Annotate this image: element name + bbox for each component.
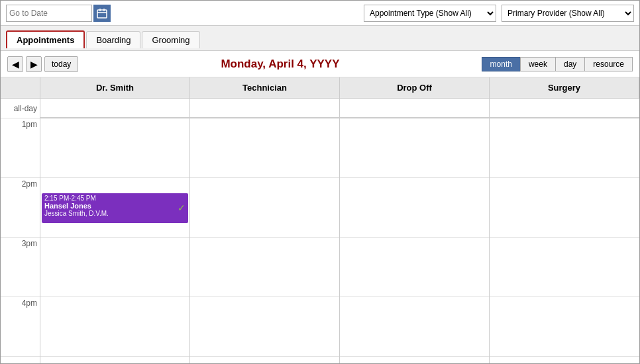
view-buttons: month week day resource (482, 57, 633, 71)
dr-smith-allday-cell[interactable] (40, 99, 189, 118)
appointment-check-icon: ✓ (178, 203, 186, 213)
view-day-button[interactable]: day (555, 57, 585, 71)
dropoff-3pm-cell[interactable] (340, 238, 489, 297)
appointment-patient-name: Hansel Jones (44, 202, 186, 210)
col-header-surgery: Surgery (490, 77, 639, 98)
col-header-dr-smith: Dr. Smith (40, 77, 190, 98)
svg-rect-0 (97, 10, 107, 18)
primary-provider-select[interactable]: Primary Provider (Show All) (502, 5, 634, 22)
appointment-type-select[interactable]: Appointment Type (Show All) (364, 5, 496, 22)
appointment-hansel-jones[interactable]: 2:15 PM-2:45 PM Hansel Jones Jessica Smi… (42, 193, 188, 223)
next-nav-button[interactable]: ▶ (26, 56, 42, 72)
data-col-technician (190, 99, 340, 364)
column-headers: Dr. Smith Technician Drop Off Surgery (1, 77, 639, 99)
view-month-button[interactable]: month (482, 57, 521, 71)
surgery-4pm-cell[interactable] (490, 297, 639, 357)
time-2pm: 2pm (1, 178, 40, 238)
data-col-drop-off (340, 99, 490, 364)
appointment-time: 2:15 PM-2:45 PM (44, 195, 186, 202)
calendar-grid: Dr. Smith Technician Drop Off Surgery al… (1, 77, 639, 364)
dropoff-allday-cell[interactable] (340, 99, 489, 118)
technician-3pm-cell[interactable] (190, 238, 339, 297)
dropoff-2pm-cell[interactable] (340, 178, 489, 238)
data-col-surgery (490, 99, 639, 364)
dr-smith-4pm-cell[interactable] (40, 297, 189, 357)
data-columns: 2:15 PM-2:45 PM Hansel Jones Jessica Smi… (40, 99, 639, 364)
calendar-title: Monday, April 4, YYYY (78, 58, 482, 71)
view-resource-button[interactable]: resource (584, 57, 633, 71)
time-3pm: 3pm (1, 238, 40, 297)
col-header-time (1, 77, 40, 98)
calendar-body[interactable]: all-day 1pm 2pm 3pm 4pm (1, 99, 639, 364)
dr-smith-2pm-cell[interactable]: 2:15 PM-2:45 PM Hansel Jones Jessica Smi… (40, 178, 189, 238)
tab-boarding[interactable]: Boarding (86, 31, 140, 48)
tab-grooming[interactable]: Grooming (142, 31, 199, 48)
technician-allday-cell[interactable] (190, 99, 339, 118)
technician-4pm-cell[interactable] (190, 297, 339, 357)
top-bar: Appointment Type (Show All) Primary Prov… (1, 1, 639, 26)
surgery-2pm-cell[interactable] (490, 178, 639, 238)
top-bar-right: Appointment Type (Show All) Primary Prov… (364, 5, 634, 22)
time-allday: all-day (1, 99, 40, 118)
surgery-allday-cell[interactable] (490, 99, 639, 118)
dropoff-1pm-cell[interactable] (340, 118, 489, 178)
appointment-provider: Jessica Smith, D.V.M. (44, 210, 186, 217)
data-col-dr-smith: 2:15 PM-2:45 PM Hansel Jones Jessica Smi… (40, 99, 190, 364)
prev-nav-button[interactable]: ◀ (7, 56, 23, 72)
tab-appointments[interactable]: Appointments (6, 30, 85, 48)
app-container: Appointment Type (Show All) Primary Prov… (1, 1, 639, 364)
today-button[interactable]: today (44, 56, 78, 72)
technician-2pm-cell[interactable] (190, 178, 339, 238)
col-header-drop-off: Drop Off (340, 77, 490, 98)
dr-smith-3pm-cell[interactable] (40, 238, 189, 297)
view-week-button[interactable]: week (520, 57, 556, 71)
time-1pm: 1pm (1, 118, 40, 178)
tabs-bar: Appointments Boarding Grooming (1, 26, 639, 51)
calendar-icon-button[interactable] (93, 5, 111, 22)
time-4pm: 4pm (1, 297, 40, 357)
col-header-technician: Technician (190, 77, 340, 98)
time-column: all-day 1pm 2pm 3pm 4pm (1, 99, 40, 364)
goto-date-input[interactable] (6, 5, 92, 22)
calendar-icon (97, 8, 107, 19)
dropoff-4pm-cell[interactable] (340, 297, 489, 357)
surgery-3pm-cell[interactable] (490, 238, 639, 297)
technician-1pm-cell[interactable] (190, 118, 339, 178)
surgery-1pm-cell[interactable] (490, 118, 639, 178)
calendar-toolbar: ◀ ▶ today Monday, April 4, YYYY month we… (1, 51, 639, 77)
dr-smith-1pm-cell[interactable] (40, 118, 189, 178)
